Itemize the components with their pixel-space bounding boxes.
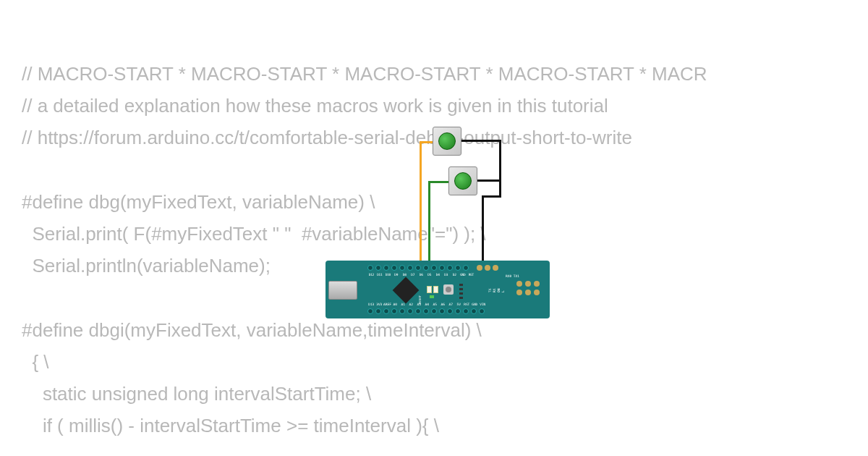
wire-black: [499, 140, 501, 198]
wire-black: [477, 180, 501, 182]
code-line: Serial.println(variableName);: [22, 255, 271, 276]
circuit-diagram[interactable]: RESET D12D11D10 D9D8D7 D6D5D4 D3D2GND RS…: [311, 123, 557, 326]
wire-green: [428, 181, 430, 268]
code-line: // a detailed explanation how these macr…: [22, 95, 608, 117]
icsp-header-icon: [516, 281, 541, 297]
pin-labels-bottom: D133V3AREF A0A1A2 A3A4A5 A6A75V RSTGNDVI…: [367, 303, 487, 306]
resistor-icon: [459, 292, 463, 295]
button-cap-icon: [438, 132, 456, 150]
smd-component-icon: [433, 286, 438, 293]
rxtx-label: RX0 TX1: [506, 274, 519, 278]
code-line: static unsigned long intervalStartTime; …: [22, 383, 371, 405]
wire-black: [461, 140, 501, 142]
pushbutton-2[interactable]: [448, 166, 477, 195]
usb-connector-icon: [328, 281, 357, 300]
arduino-nano-board[interactable]: RESET D12D11D10 D9D8D7 D6D5D4 D3D2GND RS…: [326, 261, 550, 318]
code-line: if ( millis() - intervalStartTime >= tim…: [22, 415, 439, 436]
pushbutton-1[interactable]: [433, 127, 461, 156]
wire-orange: [420, 141, 422, 268]
led-icon: [430, 295, 434, 298]
pin-header-top: [367, 265, 498, 271]
button-cap-icon: [454, 172, 472, 190]
resistor-icon: [459, 284, 463, 286]
wire-black: [482, 195, 501, 198]
pin-labels-top: D12D11D10 D9D8D7 D6D5D4 D3D2GND RST: [367, 273, 475, 276]
status-led-labels: TXRX ONL: [488, 282, 505, 292]
smd-component-icon: [427, 286, 432, 293]
resistor-icon: [459, 288, 463, 290]
pin-header-bottom: [367, 308, 485, 314]
resistor-icon: [459, 297, 463, 299]
code-line: { \: [22, 351, 49, 373]
wire-green: [428, 181, 448, 183]
code-line: // MACRO-START * MACRO-START * MACRO-STA…: [22, 63, 707, 85]
mcu-chip-icon: [393, 277, 420, 304]
reset-button-icon: [443, 284, 454, 295]
wire-black: [482, 195, 484, 268]
